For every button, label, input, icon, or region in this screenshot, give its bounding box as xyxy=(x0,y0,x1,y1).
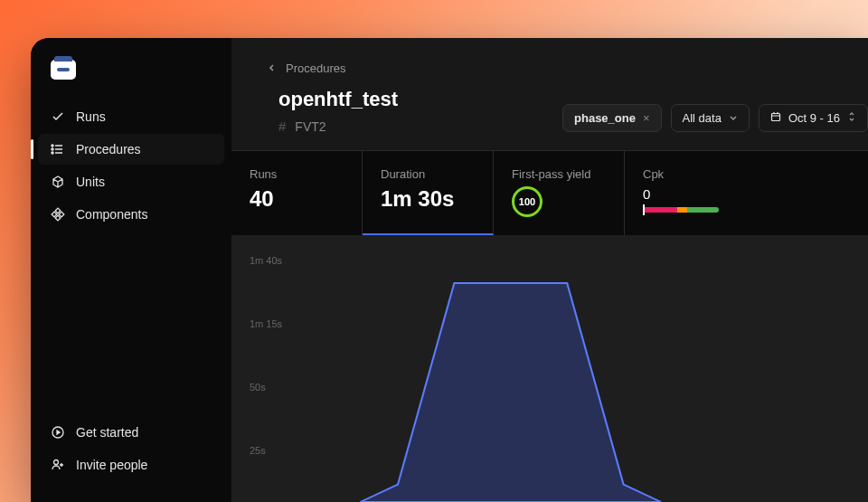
chip-label: Oct 9 - 16 xyxy=(788,111,840,125)
svg-point-1 xyxy=(52,148,53,150)
filter-phase[interactable]: phase_one × xyxy=(562,104,662,132)
metric-label: Runs xyxy=(250,167,344,181)
ytick: 1m 15s xyxy=(250,318,282,329)
svg-point-2 xyxy=(52,152,53,154)
svg-rect-4 xyxy=(55,215,61,221)
gauge-value: 100 xyxy=(519,196,535,207)
chart-plot xyxy=(304,257,868,502)
svg-point-0 xyxy=(52,145,53,147)
filter-date[interactable]: Oct 9 - 16 xyxy=(759,104,868,132)
chip-label: All data xyxy=(683,111,722,125)
metric-value: 0 xyxy=(643,186,850,202)
duration-chart: 1m 40s 1m 15s 50s 25s xyxy=(231,235,868,502)
breadcrumb[interactable]: Procedures xyxy=(264,38,868,75)
footer-nav: Get started Invite people xyxy=(31,417,231,480)
sidebar-item-components[interactable]: Components xyxy=(38,199,224,230)
metric-cpk[interactable]: Cpk 0 xyxy=(625,151,868,235)
selector-icon xyxy=(847,111,856,125)
chevron-down-icon xyxy=(729,111,738,125)
metric-label: Cpk xyxy=(643,167,850,181)
check-icon xyxy=(51,109,65,124)
svg-point-8 xyxy=(54,460,59,465)
metrics-bar: Runs 40 Duration 1m 30s First-pass yield… xyxy=(231,150,868,235)
sidebar-item-units[interactable]: Units xyxy=(38,166,224,197)
ytick: 1m 40s xyxy=(250,255,282,266)
components-icon xyxy=(51,207,65,222)
cpk-bar xyxy=(643,207,719,213)
metric-value: 40 xyxy=(250,186,344,212)
sidebar-item-label: Components xyxy=(76,207,147,222)
list-icon xyxy=(51,142,65,156)
chevron-left-icon xyxy=(268,62,277,75)
play-circle-icon xyxy=(51,425,65,440)
filter-data[interactable]: All data xyxy=(671,104,750,132)
gauge-icon: 100 xyxy=(512,186,542,217)
subtitle: FVT2 xyxy=(295,119,326,134)
app-logo xyxy=(51,60,76,80)
chip-label: phase_one xyxy=(574,111,636,125)
main-nav: Runs Procedures Units Components xyxy=(31,101,231,417)
sidebar-item-label: Invite people xyxy=(76,458,147,472)
sidebar-item-get-started[interactable]: Get started xyxy=(38,417,224,448)
svg-rect-3 xyxy=(55,208,61,213)
sidebar-item-invite[interactable]: Invite people xyxy=(38,450,224,480)
close-icon[interactable]: × xyxy=(643,111,650,125)
ytick: 50s xyxy=(250,382,266,393)
metric-yield[interactable]: First-pass yield 100 xyxy=(494,151,625,235)
sidebar-item-label: Get started xyxy=(76,425,138,440)
sidebar-item-label: Runs xyxy=(76,109,106,124)
metric-runs[interactable]: Runs 40 xyxy=(231,151,363,235)
cube-icon xyxy=(51,175,65,189)
user-plus-icon xyxy=(51,458,65,472)
sidebar-item-procedures[interactable]: Procedures xyxy=(38,134,224,165)
sidebar-item-label: Procedures xyxy=(76,142,141,156)
svg-rect-6 xyxy=(59,212,64,217)
ytick: 25s xyxy=(250,445,266,456)
sidebar-item-runs[interactable]: Runs xyxy=(38,101,224,132)
calendar-icon xyxy=(770,111,781,125)
metric-label: Duration xyxy=(381,167,475,181)
page-title: openhtf_test xyxy=(278,88,398,111)
svg-rect-5 xyxy=(52,212,57,217)
metric-value: 1m 30s xyxy=(381,186,475,212)
hash-icon: # xyxy=(278,118,286,134)
svg-rect-9 xyxy=(771,114,779,121)
sidebar: Runs Procedures Units Components Get sta… xyxy=(31,38,231,502)
metric-duration[interactable]: Duration 1m 30s xyxy=(363,151,494,235)
metric-label: First-pass yield xyxy=(512,167,606,181)
sidebar-item-label: Units xyxy=(76,175,105,189)
breadcrumb-label: Procedures xyxy=(286,62,345,75)
main-content: Procedures openhtf_test # FVT2 phase_one… xyxy=(231,38,868,502)
